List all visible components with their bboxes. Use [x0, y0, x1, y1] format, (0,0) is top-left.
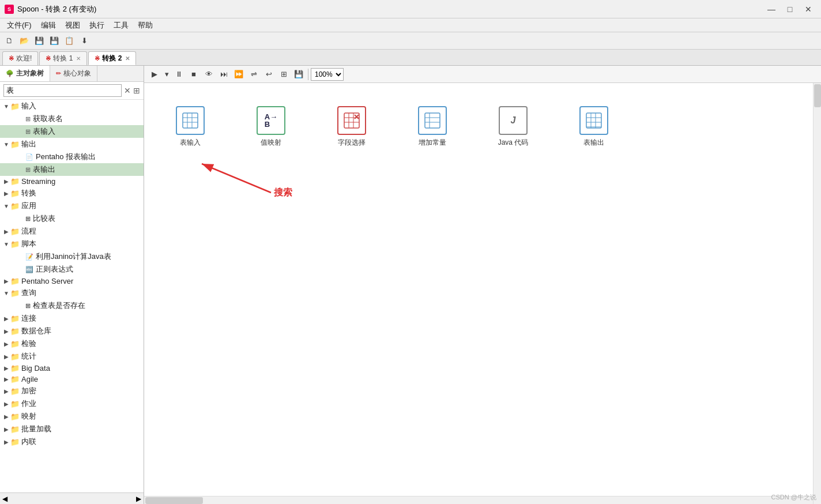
step-table-output[interactable]: 表输出	[571, 106, 617, 148]
tree-item-query-folder[interactable]: ▼ 📁 查询	[0, 287, 144, 299]
search-clear-button[interactable]: ✕	[124, 86, 131, 95]
save-as-button[interactable]: 💾	[47, 34, 61, 48]
dropdown-button[interactable]: ⬇	[77, 34, 91, 48]
step-java-code[interactable]: J Java 代码	[490, 106, 536, 148]
search-input[interactable]	[3, 84, 122, 97]
tree-label-transform: 转换	[21, 188, 36, 198]
tab-welcome[interactable]: ※ 欢迎!	[2, 51, 38, 65]
tree-item-bulkload-folder[interactable]: ▶ 📁 批量加载	[0, 423, 144, 435]
tree-item-janino[interactable]: 📝 利用Janino计算Java表	[0, 250, 144, 263]
tree-label-agile: Agile	[21, 375, 38, 383]
tree-item-get-tablename[interactable]: ⊞ 获取表名	[0, 112, 144, 125]
canvas-scrollbar-horizontal[interactable]	[144, 496, 813, 504]
tree-item-connect-folder[interactable]: ▶ 📁 连接	[0, 312, 144, 325]
save-canvas-button[interactable]: 💾	[292, 67, 306, 81]
tree-item-job-folder[interactable]: ▶ 📁 作业	[0, 397, 144, 410]
run-dropdown-button[interactable]: ▾	[163, 67, 171, 81]
open-button[interactable]: 📂	[17, 34, 31, 48]
pause-button[interactable]: ⏸	[172, 67, 186, 81]
tab-transform1[interactable]: ※ 转换 1 ✕	[39, 51, 87, 65]
tree-item-agile-folder[interactable]: ▶ 📁 Agile	[0, 374, 144, 385]
tab-transform2-close[interactable]: ✕	[125, 55, 130, 62]
tree-item-app-folder[interactable]: ▼ 📁 应用	[0, 200, 144, 212]
tree-item-pentaho-report[interactable]: 📄 Pentaho 报表输出	[0, 151, 144, 163]
step-value-map[interactable]: A→B 值映射	[248, 106, 294, 148]
menu-edit[interactable]: 编辑	[36, 19, 61, 32]
tree-item-output-folder[interactable]: ▼ 📁 输出	[0, 138, 144, 151]
tree-label-output: 输出	[21, 139, 36, 149]
sidebar-tab-core-objects[interactable]: ✏ 核心对象	[50, 66, 97, 81]
window-title: Spoon - 转换 2 (有变动)	[17, 4, 96, 14]
menu-help[interactable]: 帮助	[133, 19, 157, 32]
save-button[interactable]: 💾	[32, 34, 46, 48]
replay-button[interactable]: ⇌	[247, 67, 261, 81]
tab-transform2-icon: ※	[95, 55, 100, 62]
canvas-toolbar-sep	[308, 69, 308, 80]
step-add-constant[interactable]: 增加常量	[409, 106, 455, 148]
tree-item-inline-folder[interactable]: ▶ 📁 内联	[0, 435, 144, 448]
tree-label-encrypt: 加密	[21, 386, 36, 396]
tree-arrow-inline: ▶	[2, 439, 10, 445]
tree-item-bigdata-folder[interactable]: ▶ 📁 Big Data	[0, 363, 144, 374]
tree-item-verify-folder[interactable]: ▶ 📁 检验	[0, 337, 144, 350]
tree-item-script-folder[interactable]: ▼ 📁 脚本	[0, 238, 144, 250]
main-layout: ※ 欢迎! ※ 转换 1 ✕ ※ 转换 2 ✕ 🌳 主对象树 ✏	[0, 50, 821, 504]
step-icon-java-code: J	[499, 106, 528, 135]
step-debug-button[interactable]: ⏩	[232, 67, 246, 81]
sidebar-bottom-controls: ◀ ▶	[0, 492, 144, 504]
tree-item-datawarehouse-folder[interactable]: ▶ 📁 数据仓库	[0, 325, 144, 337]
folder-icon-dw: 📁	[10, 327, 20, 336]
tree-item-transform-folder[interactable]: ▶ 📁 转换	[0, 187, 144, 200]
tree-item-check-table-exists[interactable]: ⊞ 检查表是否存在	[0, 299, 144, 312]
tree-item-pentaho-server-folder[interactable]: ▶ 📁 Pentaho Server	[0, 276, 144, 287]
tree-item-encrypt-folder[interactable]: ▶ 📁 加密	[0, 385, 144, 397]
tree-item-regex[interactable]: 🔤 正则表达式	[0, 263, 144, 276]
stop-button[interactable]: ■	[187, 67, 201, 81]
tree-arrow-mapping: ▶	[2, 413, 10, 420]
canvas-scrollbar-vertical[interactable]	[813, 83, 821, 504]
step-label-java-code: Java 代码	[498, 138, 529, 148]
minimize-button[interactable]: —	[763, 3, 779, 15]
leaf-icon-pentaho: 📄	[25, 153, 33, 161]
sidebar-tab-main-label: 主对象树	[16, 69, 44, 78]
menu-tools[interactable]: 工具	[109, 19, 133, 32]
tree-item-streaming-folder[interactable]: ▶ 📁 Streaming	[0, 176, 144, 187]
check-button[interactable]: ⊞	[277, 67, 291, 81]
leaf-icon-regex: 🔤	[25, 266, 33, 273]
tree-item-stats-folder[interactable]: ▶ 📁 统计	[0, 350, 144, 363]
sidebar-scroll-right[interactable]: ▶	[136, 495, 141, 503]
tree-arrow-transform: ▶	[2, 190, 10, 197]
run-button[interactable]: ▶	[148, 67, 161, 81]
field-select-svg	[343, 112, 360, 129]
close-button[interactable]: ✕	[800, 3, 816, 15]
step-table-input[interactable]: 表输入	[167, 106, 213, 148]
scrollbar-thumb-horizontal	[145, 497, 203, 504]
rewind-button[interactable]: ↩	[262, 67, 276, 81]
step-field-select[interactable]: 字段选择	[329, 106, 375, 148]
tree-item-table-input[interactable]: ⊞ 表输入	[0, 125, 144, 138]
search-expand-button[interactable]: ⊞	[133, 86, 140, 95]
menu-file[interactable]: 文件(F)	[2, 19, 36, 32]
sidebar-scroll-left[interactable]: ◀	[2, 495, 7, 503]
tree-arrow-connect: ▶	[2, 315, 10, 322]
menu-view[interactable]: 视图	[61, 19, 85, 32]
copy-button[interactable]: 📋	[62, 34, 76, 48]
zoom-select[interactable]: 100% 75% 125% 150%	[311, 68, 344, 81]
tree-item-flow-folder[interactable]: ▶ 📁 流程	[0, 225, 144, 238]
tree-arrow-streaming: ▶	[2, 178, 10, 185]
folder-icon-streaming: 📁	[10, 177, 20, 186]
debug-button[interactable]: ⏭	[217, 67, 231, 81]
tree-item-mapping-folder[interactable]: ▶ 📁 映射	[0, 410, 144, 423]
tree-item-input-folder[interactable]: ▼ 📁 输入	[0, 100, 144, 112]
tree-arrow-output: ▼	[2, 141, 10, 148]
new-button[interactable]: 🗋	[2, 34, 16, 48]
tree-item-table-output[interactable]: ⊞ 表输出	[0, 163, 144, 176]
maximize-button[interactable]: □	[782, 3, 798, 15]
tree-label-get-tablename: 获取表名	[33, 114, 63, 124]
tab-transform1-close[interactable]: ✕	[76, 55, 81, 62]
preview-button[interactable]: 👁	[202, 67, 216, 81]
menu-execute[interactable]: 执行	[85, 19, 109, 32]
sidebar-tab-main-tree[interactable]: 🌳 主对象树	[0, 66, 50, 81]
tab-transform2[interactable]: ※ 转换 2 ✕	[88, 51, 136, 65]
tree-item-compare-table[interactable]: ⊞ 比较表	[0, 212, 144, 225]
